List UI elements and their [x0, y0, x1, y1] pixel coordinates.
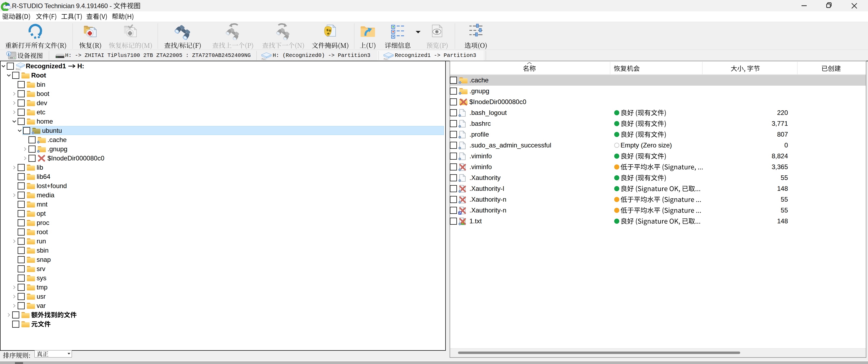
svg-text:Rec.: Rec.: [384, 58, 389, 60]
svg-text:Rec.: Rec.: [16, 68, 22, 70]
svg-text:Rec.: Rec.: [261, 58, 267, 60]
